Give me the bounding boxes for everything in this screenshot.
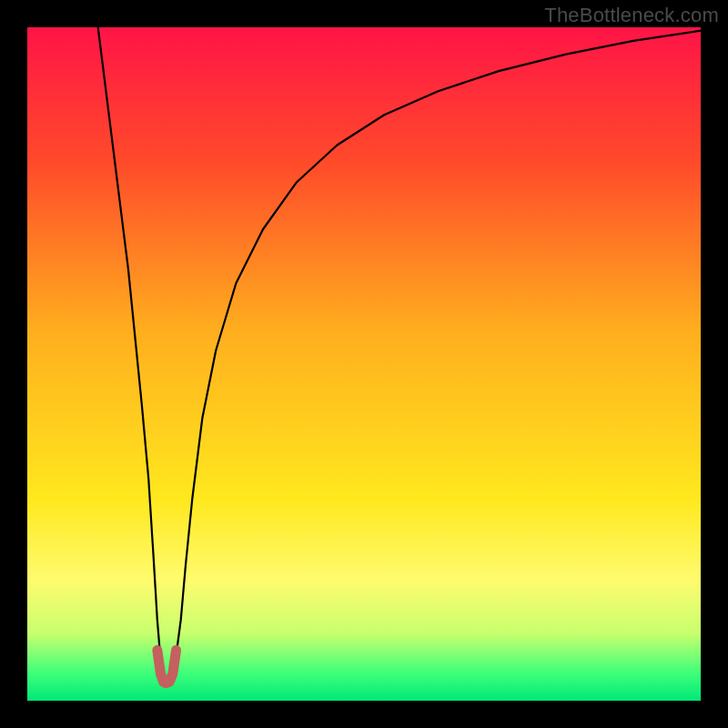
chart-frame: TheBottleneck.com <box>0 0 728 728</box>
chart-svg <box>27 27 701 701</box>
plot-area <box>27 27 701 701</box>
watermark-text: TheBottleneck.com <box>544 4 719 27</box>
